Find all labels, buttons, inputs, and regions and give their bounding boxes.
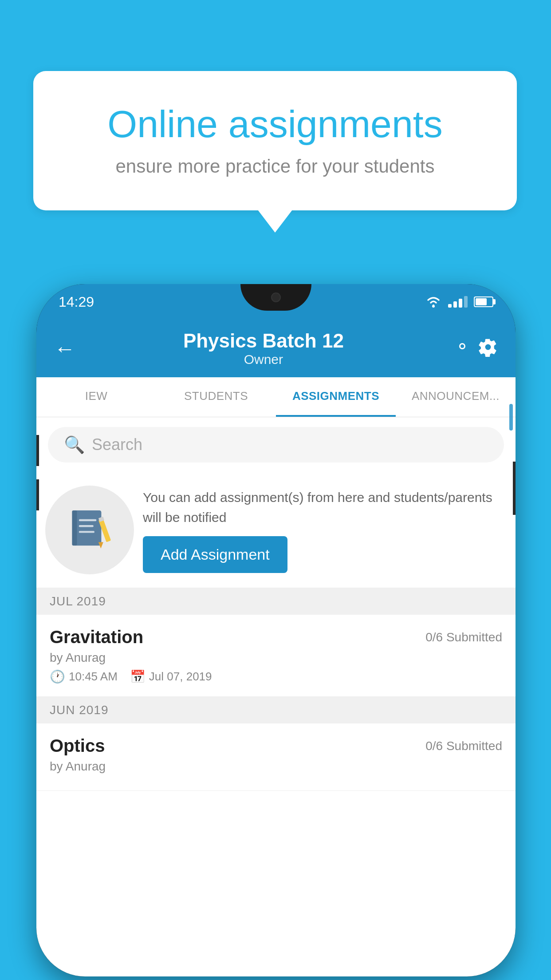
wifi-icon (425, 296, 442, 308)
tab-iew[interactable]: IEW (36, 377, 156, 417)
assignment-meta: 🕐 10:45 AM 📅 Jul 07, 2019 (50, 669, 502, 684)
status-icons (425, 296, 493, 308)
svg-rect-5 (79, 531, 94, 533)
add-assignment-button[interactable]: Add Assignment (143, 536, 287, 573)
bubble-title: Online assignments (69, 102, 481, 146)
assignment-item-gravitation[interactable]: Gravitation 0/6 Submitted by Anurag 🕐 10… (36, 615, 516, 697)
search-bar-container: 🔍 Search (36, 417, 516, 472)
tab-students[interactable]: STUDENTS (156, 377, 276, 417)
search-bar[interactable]: 🔍 Search (48, 427, 504, 462)
svg-point-1 (460, 344, 464, 348)
assignment-author-optics: by Anurag (50, 759, 502, 774)
time-meta: 🕐 10:45 AM (50, 669, 118, 684)
battery-icon (474, 296, 493, 307)
search-icon: 🔍 (64, 435, 85, 454)
assignment-submitted-optics: 0/6 Submitted (425, 739, 502, 753)
svg-point-0 (432, 305, 435, 308)
header-center: Physics Batch 12 Owner (183, 330, 344, 367)
tab-announcements[interactable]: ANNOUNCEM... (396, 377, 516, 417)
date-meta: 📅 Jul 07, 2019 (130, 669, 212, 684)
assignment-time: 10:45 AM (69, 670, 118, 684)
header-subtitle: Owner (183, 352, 344, 367)
assignment-title: Gravitation (50, 627, 143, 647)
assignment-row1: Gravitation 0/6 Submitted (50, 627, 502, 647)
clock-icon: 🕐 (50, 669, 65, 684)
svg-rect-4 (79, 525, 94, 527)
assignment-date: Jul 07, 2019 (149, 670, 212, 684)
status-time: 14:29 (59, 294, 94, 310)
tab-assignments[interactable]: ASSIGNMENTS (276, 377, 396, 417)
volume-up-button (36, 435, 39, 466)
power-button (513, 462, 516, 515)
svg-rect-2 (74, 510, 102, 545)
notebook-icon (65, 506, 114, 554)
calendar-icon: 📅 (130, 669, 146, 684)
settings-icon[interactable] (452, 336, 498, 361)
svg-rect-6 (72, 510, 77, 545)
phone-notch (240, 284, 311, 311)
volume-down-button (36, 479, 39, 510)
phone-content: 🔍 Search (36, 417, 516, 976)
tabs-bar: IEW STUDENTS ASSIGNMENTS ANNOUNCEM... (36, 377, 516, 417)
svg-rect-3 (79, 519, 97, 521)
search-input-placeholder[interactable]: Search (92, 435, 142, 454)
phone-frame: 14:29 ← (36, 284, 516, 976)
header-title: Physics Batch 12 (183, 330, 344, 352)
scroll-indicator (509, 417, 513, 431)
assignment-item-optics[interactable]: Optics 0/6 Submitted by Anurag (36, 723, 516, 791)
bubble-subtitle: ensure more practice for your students (69, 156, 481, 177)
speech-bubble: Online assignments ensure more practice … (33, 71, 517, 210)
promo-description: You can add assignment(s) from here and … (143, 487, 502, 527)
status-bar: 14:29 (36, 284, 516, 320)
assignment-author: by Anurag (50, 651, 502, 665)
month-header-jul: JUL 2019 (36, 588, 516, 615)
assignment-submitted: 0/6 Submitted (425, 630, 502, 644)
battery-fill (476, 298, 487, 305)
front-camera (271, 292, 281, 302)
speech-bubble-container: Online assignments ensure more practice … (33, 71, 517, 210)
signal-icon (448, 296, 468, 308)
promo-section: You can add assignment(s) from here and … (36, 472, 516, 588)
promo-text-area: You can add assignment(s) from here and … (143, 487, 502, 573)
back-button[interactable]: ← (54, 336, 75, 361)
assignment-icon-circle (45, 486, 134, 574)
month-header-jun: JUN 2019 (36, 697, 516, 723)
app-header: ← Physics Batch 12 Owner (36, 320, 516, 377)
assignment-row1-optics: Optics 0/6 Submitted (50, 736, 502, 756)
assignment-title-optics: Optics (50, 736, 105, 756)
